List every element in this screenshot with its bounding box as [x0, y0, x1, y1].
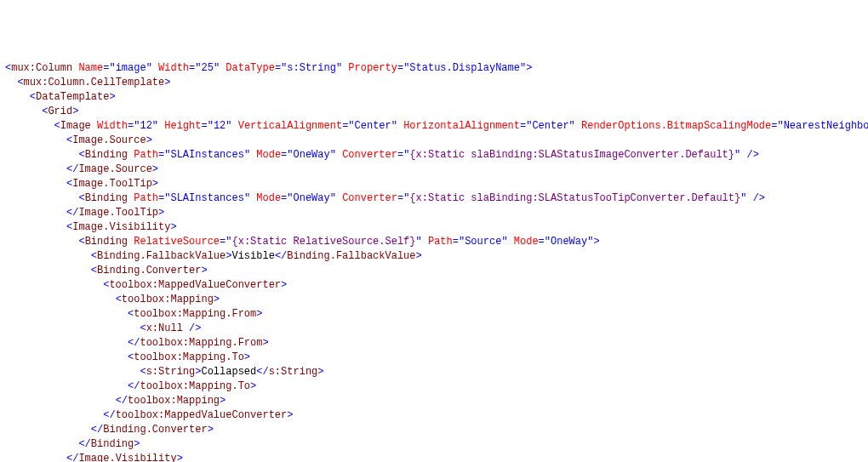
- code-line-17: <toolbox:Mapping.From>: [5, 307, 863, 322]
- code-line-11: <Image.Visibility>: [5, 220, 863, 235]
- code-line-7: </Image.Source>: [5, 163, 863, 177]
- xaml-code-block: <mux:Column Name="image" Width="25" Data…: [5, 61, 863, 462]
- code-line-18: <x:Null />: [5, 322, 863, 336]
- code-line-25: </Binding.Converter>: [5, 423, 863, 437]
- code-line-24: </toolbox:MappedValueConverter>: [5, 408, 863, 423]
- code-line-23: </toolbox:Mapping>: [5, 394, 863, 408]
- code-line-12: <Binding RelativeSource="{x:Static Relat…: [5, 235, 863, 249]
- code-line-16: <toolbox:Mapping>: [5, 293, 863, 307]
- code-line-3: <Grid>: [5, 105, 863, 119]
- code-line-6: <Binding Path="SLAInstances" Mode="OneWa…: [5, 148, 863, 163]
- code-line-19: </toolbox:Mapping.From>: [5, 336, 863, 351]
- code-line-20: <toolbox:Mapping.To>: [5, 351, 863, 365]
- code-line-8: <Image.ToolTip>: [5, 177, 863, 191]
- code-line-14: <Binding.Converter>: [5, 264, 863, 278]
- code-line-27: </Image.Visibility>: [5, 452, 863, 462]
- code-line-15: <toolbox:MappedValueConverter>: [5, 278, 863, 293]
- code-line-4: <Image Width="12" Height="12" VerticalAl…: [5, 119, 863, 134]
- code-line-26: </Binding>: [5, 437, 863, 452]
- code-line-1: <mux:Column.CellTemplate>: [5, 76, 863, 90]
- code-line-10: </Image.ToolTip>: [5, 206, 863, 220]
- code-line-9: <Binding Path="SLAInstances" Mode="OneWa…: [5, 191, 863, 206]
- code-line-5: <Image.Source>: [5, 134, 863, 148]
- code-line-0: <mux:Column Name="image" Width="25" Data…: [5, 61, 863, 76]
- code-line-13: <Binding.FallbackValue>Visible</Binding.…: [5, 249, 863, 264]
- code-line-21: <s:String>Collapsed</s:String>: [5, 365, 863, 379]
- code-line-2: <DataTemplate>: [5, 90, 863, 105]
- code-line-22: </toolbox:Mapping.To>: [5, 379, 863, 394]
